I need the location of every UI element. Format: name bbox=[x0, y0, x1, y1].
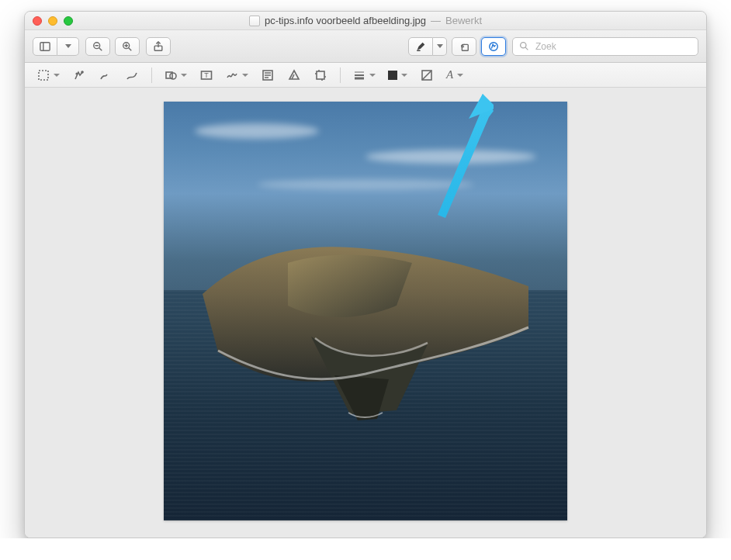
markup-toolbar-toggle[interactable] bbox=[481, 37, 506, 56]
svg-point-18 bbox=[170, 73, 176, 79]
preview-window: pc-tips.info voorbeeld afbeelding.jpg — … bbox=[24, 11, 707, 538]
text-tool[interactable]: T bbox=[195, 66, 218, 85]
sky-cloud bbox=[257, 179, 474, 190]
highlight-split-button bbox=[408, 37, 447, 56]
island bbox=[195, 220, 536, 422]
window-status: Bewerkt bbox=[445, 15, 482, 26]
divider bbox=[151, 67, 152, 83]
svg-point-15 bbox=[81, 71, 83, 73]
adjust-color-tool[interactable] bbox=[282, 66, 306, 85]
sidebar-view-menu[interactable] bbox=[57, 37, 79, 56]
svg-line-32 bbox=[422, 71, 431, 80]
svg-point-16 bbox=[76, 73, 78, 74]
svg-point-12 bbox=[521, 43, 526, 48]
text-style-icon: A bbox=[446, 68, 453, 81]
selection-tool[interactable] bbox=[33, 66, 64, 85]
shapes-tool[interactable] bbox=[160, 66, 192, 85]
draw-tool[interactable] bbox=[120, 66, 144, 85]
line-style-tool[interactable] bbox=[348, 66, 380, 85]
svg-text:T: T bbox=[204, 71, 209, 79]
window-filename: pc-tips.info voorbeeld afbeelding.jpg bbox=[265, 15, 426, 26]
titlebar: pc-tips.info voorbeeld afbeelding.jpg — … bbox=[25, 12, 706, 30]
highlight-button[interactable] bbox=[408, 37, 433, 56]
svg-line-3 bbox=[99, 47, 102, 50]
markup-toolbar: T A bbox=[25, 63, 706, 88]
svg-line-13 bbox=[525, 47, 528, 50]
search-icon bbox=[519, 41, 529, 51]
image-content bbox=[164, 102, 567, 520]
instant-alpha-tool[interactable] bbox=[68, 66, 91, 85]
text-style-tool[interactable]: A bbox=[442, 66, 468, 85]
fullscreen-window-button[interactable] bbox=[64, 16, 73, 26]
svg-point-11 bbox=[490, 42, 498, 50]
traffic-lights bbox=[33, 16, 73, 26]
svg-rect-0 bbox=[40, 42, 50, 50]
sky-cloud bbox=[366, 150, 536, 164]
fill-color-swatch bbox=[388, 71, 397, 80]
window-title: pc-tips.info voorbeeld afbeelding.jpg — … bbox=[33, 15, 698, 26]
svg-rect-27 bbox=[317, 71, 324, 79]
search-input[interactable] bbox=[534, 40, 691, 53]
highlight-menu[interactable] bbox=[433, 37, 447, 56]
rotate-left-button[interactable] bbox=[452, 37, 476, 56]
file-icon bbox=[249, 16, 260, 26]
sign-tool[interactable] bbox=[221, 66, 253, 85]
svg-line-6 bbox=[129, 47, 132, 50]
sky-cloud bbox=[195, 123, 319, 139]
zoom-in-button[interactable] bbox=[115, 37, 140, 56]
close-window-button[interactable] bbox=[33, 16, 42, 26]
minimize-window-button[interactable] bbox=[48, 16, 57, 26]
svg-rect-14 bbox=[39, 71, 48, 80]
fill-color-tool[interactable] bbox=[383, 66, 412, 85]
search-field[interactable] bbox=[512, 37, 698, 56]
main-toolbar bbox=[25, 30, 706, 63]
title-separator: — bbox=[431, 15, 441, 26]
share-button[interactable] bbox=[146, 37, 171, 56]
zoom-out-button[interactable] bbox=[85, 37, 110, 56]
sidebar-view-segmented bbox=[33, 37, 79, 56]
sketch-tool[interactable] bbox=[94, 66, 117, 85]
sidebar-toggle-button[interactable] bbox=[33, 37, 57, 56]
divider bbox=[340, 67, 341, 83]
crop-size-tool[interactable] bbox=[309, 66, 332, 85]
stroke-color-tool[interactable] bbox=[415, 66, 438, 85]
image-canvas[interactable] bbox=[25, 88, 706, 538]
note-tool[interactable] bbox=[256, 66, 279, 85]
